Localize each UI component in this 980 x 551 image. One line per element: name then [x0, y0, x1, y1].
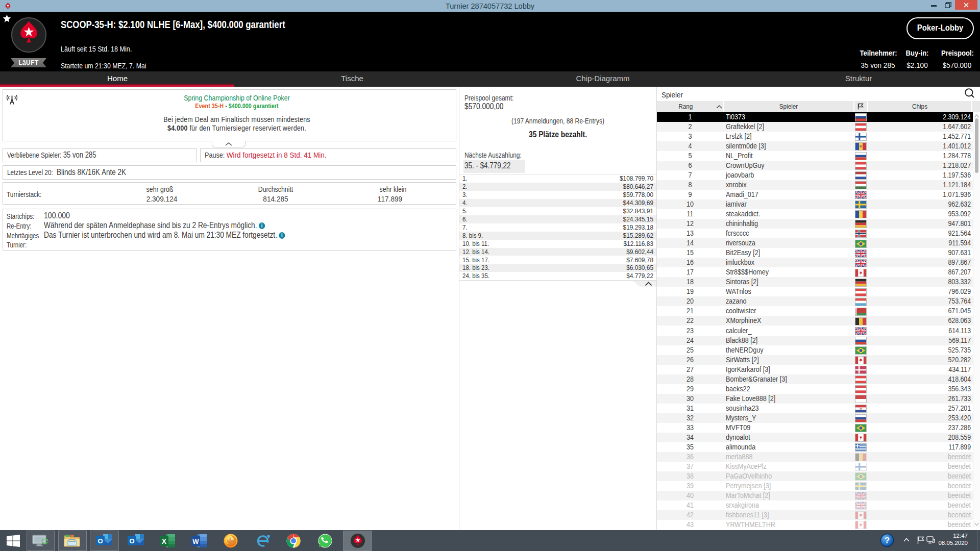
svg-text:W: W — [192, 538, 199, 545]
svg-text:O: O — [97, 537, 103, 545]
svg-text:O: O — [129, 537, 134, 545]
svg-text:?: ? — [885, 536, 890, 545]
svg-text:X: X — [162, 537, 167, 545]
